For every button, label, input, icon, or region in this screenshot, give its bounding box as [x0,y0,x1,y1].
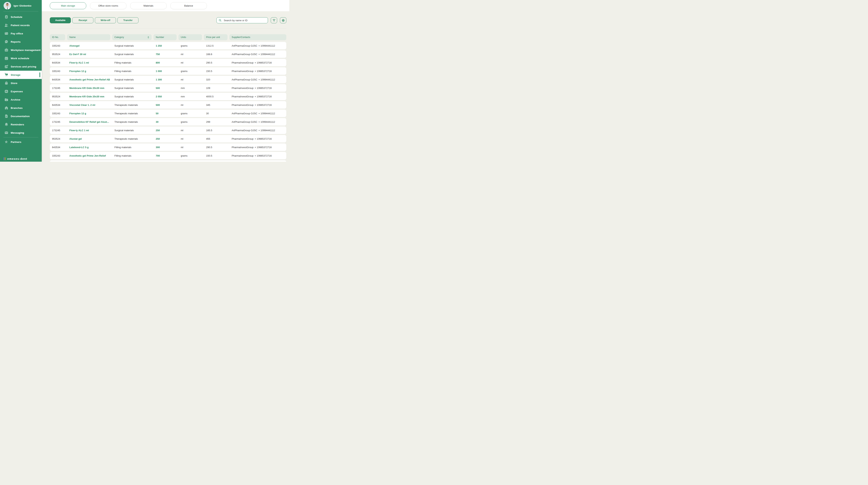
sidebar-item-label: Messaging [11,131,24,134]
print-button[interactable] [280,17,286,23]
reports-icon [4,40,8,44]
workplace-management-icon [4,48,8,52]
sort-icon[interactable] [147,36,150,39]
table-row[interactable]: 953524 Alustat gel Therapeutic materials… [50,135,286,143]
row-supplier: ArtPharmaGroup OJSC + 10994441112 [229,44,286,47]
row-name[interactable]: Membrane KR Gide 20x30 mm [67,95,110,98]
row-supplier: PharmaInvestGroup + 10665372716 [229,87,286,89]
tab-main-storage[interactable]: Main storage [50,2,86,9]
sidebar-item-workplace-management[interactable]: Workplace management [0,46,42,54]
table-row[interactable]: 953524 Ez Gel-F 30 ml Surgical materials… [50,50,286,58]
column-header-units[interactable]: Units [179,34,202,40]
tab-label: Main storage [61,4,75,7]
column-header-price[interactable]: Price per unit [204,34,227,40]
search-input[interactable] [216,17,268,23]
sidebar-item-storage[interactable]: Storage [0,71,42,79]
sidebar-item-pay-office[interactable]: Pay office [0,29,42,38]
sidebar-item-schedule[interactable]: Schedule [0,13,42,21]
row-id: 335243 [50,44,65,47]
row-id: 953524 [50,53,65,56]
sidebar-item-work-schedule[interactable]: Work schedule [0,54,42,62]
logo-bars-icon [4,157,6,160]
filter-chip-transfer[interactable]: Transfer [117,17,138,23]
table-row[interactable]: 643534 Viscostat Clear 1. 2 ml Therapeut… [50,101,286,109]
table-row[interactable]: 953524 Membrane KR Gide 20x30 mm Surgica… [50,93,286,100]
tab-office-store-rooms[interactable]: Office store rooms [90,2,126,9]
row-name[interactable]: Anesthetic gel Prime Jen-Relief [67,154,110,157]
sidebar-item-partners[interactable]: Partners [0,138,42,146]
row-id: 173245 [50,87,65,89]
sidebar-item-messaging[interactable]: Messaging [0,129,42,137]
row-category: Therapeutic materials [112,103,152,107]
row-category: Surgical materials [112,44,152,47]
row-category: Surgical materials [112,95,152,98]
row-price: 290.5 [204,61,227,64]
table-row[interactable]: 643534 Latebond-LC 5 g Filling materials… [50,144,286,151]
row-supplier: ArtPharmaGroup OJSC + 10994441112 [229,53,286,56]
row-price: 4000.5 [204,95,227,98]
table-row[interactable]: 173245 Flow-ly ALC 1 ml Surgical materia… [50,126,286,134]
filter-chip-available[interactable]: Available [50,17,71,23]
sidebar-item-store[interactable]: Store [0,79,42,87]
table-row[interactable]: 335243 Anesthetic gel Prime Jen-Relief F… [50,152,286,159]
row-category: Filling materials [112,70,152,72]
sidebar-item-branches[interactable]: Branches [0,104,42,112]
column-header-number[interactable]: Number [154,34,177,40]
row-name[interactable]: Ftoroplen 12 g [67,70,110,72]
row-units: ml [179,129,202,132]
row-name[interactable]: Alveogel [67,44,110,47]
table-row[interactable]: 335243 Ftoroplen 12 g Filling materials … [50,67,286,75]
sidebar-item-archive[interactable]: Archive [0,95,42,104]
row-name[interactable]: Ftoroplen 12 g [67,112,110,115]
content: AvailableReceiptWrite-offTransfer [42,11,289,162]
row-name[interactable]: Flow-ly ALC 1 ml [67,129,110,132]
row-name[interactable]: Membrane KR Gide 20x30 mm [67,87,110,89]
row-name[interactable]: Desensibilize KF Relief gel Alust... [67,121,110,123]
filter-chip-write-off[interactable]: Write-off [95,17,116,23]
row-name[interactable]: Flow-ly ALC 1 ml [67,61,110,64]
sidebar-item-reminders[interactable]: Reminders [0,120,42,129]
table-row[interactable]: 335243 Ftoroplen 12 g Therapeutic materi… [50,110,286,117]
tab-materials[interactable]: Materials [130,2,167,9]
table-row[interactable]: 643534 Flow-ly ALC 1 ml Filling material… [50,59,286,66]
table-row[interactable]: 643534 Anesthetic gel Prime Jen-Relief A… [50,76,286,83]
row-category: Therapeutic materials [112,121,152,123]
row-name[interactable]: Ez Gel-F 30 ml [67,53,110,56]
schedule-icon [4,15,8,19]
user-profile[interactable]: Igor Globenko [0,0,42,11]
tab-balance[interactable]: Balance [170,2,207,9]
row-units: ml [179,61,202,64]
row-name[interactable]: Latebond-LC 5 g [67,146,110,149]
row-id: 643534 [50,78,65,81]
sidebar-item-reports[interactable]: Reports [0,38,42,46]
column-header-category[interactable]: Category [112,34,152,40]
row-price: 299 [204,121,227,123]
table-row[interactable]: 173245 Desensibilize KF Relief gel Alust… [50,118,286,126]
sidebar-item-documentation[interactable]: Documentation [0,112,42,120]
sidebar-item-label: Work schedule [11,57,29,60]
column-header-supplier[interactable]: Supplier/Contacts [229,34,286,40]
sidebar-item-patient-records[interactable]: Patient records [0,21,42,29]
column-header-name[interactable]: Name [67,34,110,40]
tab-label: Office store rooms [98,4,118,7]
row-supplier: PharmaInvestGroup + 10665372716 [229,138,286,140]
row-name[interactable]: Viscostat Clear 1. 2 ml [67,103,110,107]
main-area: Main storageOffice store roomsMaterialsB… [42,0,289,162]
table-row[interactable]: 335243 Alveogel Surgical materials 1 250… [50,42,286,50]
sidebar-item-services-and-pricing[interactable]: Services and pricing [0,62,42,71]
row-category: Surgical materials [112,87,152,89]
row-price: 320 [204,78,227,81]
column-header-id[interactable]: ID No. [50,34,65,40]
sidebar-divider [3,11,38,11]
archive-icon [4,97,8,102]
row-name[interactable]: Alustat gel [67,138,110,140]
table-row[interactable]: 173245 Membrane KR Gide 20x30 mm Surgica… [50,84,286,92]
filter-chip-receipt[interactable]: Receipt [72,17,93,23]
table-row-partial[interactable] [50,160,286,162]
sidebar-item-expenses[interactable]: Expenses [0,87,42,95]
row-price: 30 [204,112,227,115]
row-id: 173245 [50,121,65,123]
partners-icon [4,140,8,144]
filter-button[interactable] [271,17,277,23]
row-name[interactable]: Anesthetic gel Prime Jen-Relief AB [67,78,110,81]
